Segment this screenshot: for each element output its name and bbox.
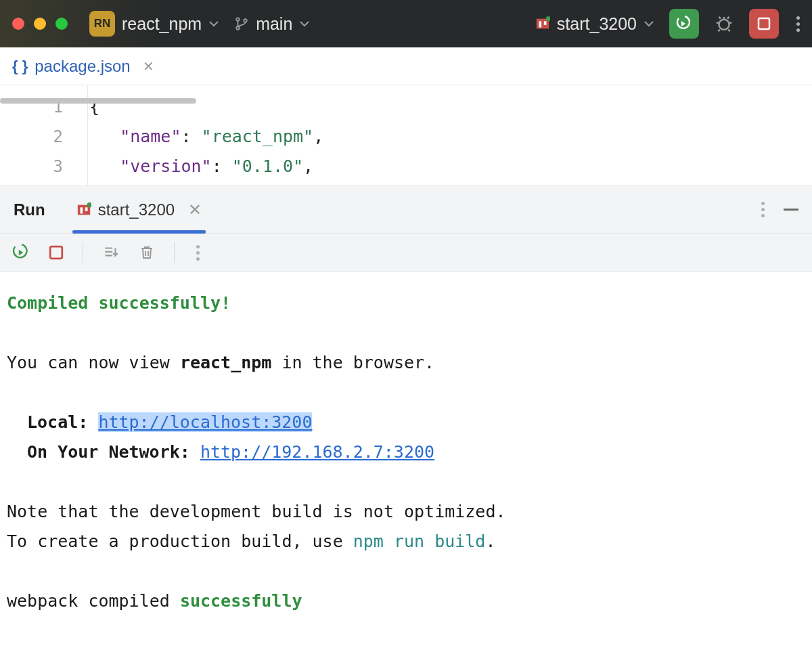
project-selector[interactable]: RN react_npm [89, 11, 219, 37]
network-url-link[interactable]: http://192.168.2.7:3200 [200, 442, 434, 462]
svg-point-1 [236, 26, 239, 29]
chevron-down-icon [299, 18, 310, 29]
run-tab-label: start_3200 [98, 200, 175, 219]
editor-tab[interactable]: { } package.json ✕ [12, 57, 154, 76]
svg-rect-13 [50, 246, 62, 259]
run-config-selector[interactable]: start_3200 [535, 14, 654, 34]
console-line: You can now view react_npm in the browse… [7, 348, 805, 378]
branch-name: main [256, 14, 292, 34]
run-panel-tab[interactable]: start_3200 ✕ [72, 186, 206, 233]
code-token: , [313, 127, 323, 146]
line-number: 3 [0, 152, 63, 181]
toolbar-divider [174, 242, 175, 263]
branch-selector[interactable]: main [234, 14, 310, 34]
code-token: "react_npm" [202, 127, 314, 146]
code-token: "version" [120, 156, 211, 176]
trash-icon[interactable] [139, 244, 155, 261]
project-name: react_npm [122, 14, 202, 34]
titlebar: RN react_npm main start_3200 [0, 0, 812, 47]
scroll-to-end-icon[interactable] [102, 244, 120, 261]
close-tab-icon[interactable]: ✕ [143, 58, 154, 74]
debug-icon[interactable] [714, 14, 734, 34]
console-line: Local: http://localhost:3200 [7, 408, 805, 437]
tab-filename: package.json [35, 57, 130, 76]
minimize-window-button[interactable] [34, 18, 46, 30]
hide-panel-icon[interactable] [784, 209, 798, 211]
console-line: Note that the development build is not o… [7, 497, 805, 527]
code-token: , [303, 156, 313, 176]
code-token: : [181, 127, 201, 146]
editor-tabbar: { } package.json ✕ [0, 47, 812, 85]
tab-scroll-indicator [0, 98, 196, 104]
svg-rect-8 [759, 18, 769, 29]
code-token: "0.1.0" [232, 156, 303, 176]
svg-point-0 [236, 18, 239, 20]
chevron-down-icon [208, 18, 219, 29]
stop-button[interactable] [749, 9, 779, 39]
more-menu-icon[interactable] [796, 16, 800, 32]
stop-small-icon[interactable] [49, 245, 64, 260]
run-more-menu-icon[interactable] [761, 202, 765, 217]
project-badge: RN [89, 11, 115, 37]
run-config-name: start_3200 [557, 14, 637, 34]
svg-rect-11 [85, 207, 87, 211]
run-button[interactable] [669, 9, 699, 39]
json-file-icon: { } [12, 58, 28, 75]
close-run-tab-icon[interactable]: ✕ [188, 200, 202, 219]
npm-icon [76, 202, 91, 217]
console-line: On Your Network: http://192.168.2.7:3200 [7, 437, 805, 467]
console-output[interactable]: Compiled successfully! You can now view … [0, 272, 812, 632]
chevron-down-icon [644, 18, 654, 29]
line-number: 1 [0, 92, 63, 122]
run-toolbar-more-icon[interactable] [196, 245, 200, 261]
run-panel-title: Run [14, 200, 45, 219]
npm-icon [535, 16, 550, 31]
svg-point-2 [244, 19, 246, 22]
code-token: "name" [120, 127, 181, 146]
svg-rect-5 [544, 21, 547, 24]
console-line: Compiled successfully! [7, 293, 231, 313]
window-controls [12, 18, 68, 30]
svg-rect-10 [80, 207, 83, 213]
run-toolbar [0, 233, 812, 272]
toolbar-divider [83, 242, 83, 263]
line-number: 2 [0, 122, 63, 152]
console-line: To create a production build, use npm ru… [7, 527, 805, 557]
branch-icon [234, 16, 249, 31]
console-line: webpack compiled successfully [7, 586, 805, 616]
zoom-window-button[interactable] [55, 18, 68, 30]
svg-point-7 [719, 20, 729, 30]
code-token: : [212, 156, 232, 176]
run-panel-header: Run start_3200 ✕ [0, 186, 812, 233]
svg-rect-4 [539, 21, 541, 27]
close-window-button[interactable] [12, 18, 24, 30]
local-url-link[interactable]: http://localhost:3200 [98, 412, 312, 432]
rerun-icon[interactable] [12, 244, 30, 261]
